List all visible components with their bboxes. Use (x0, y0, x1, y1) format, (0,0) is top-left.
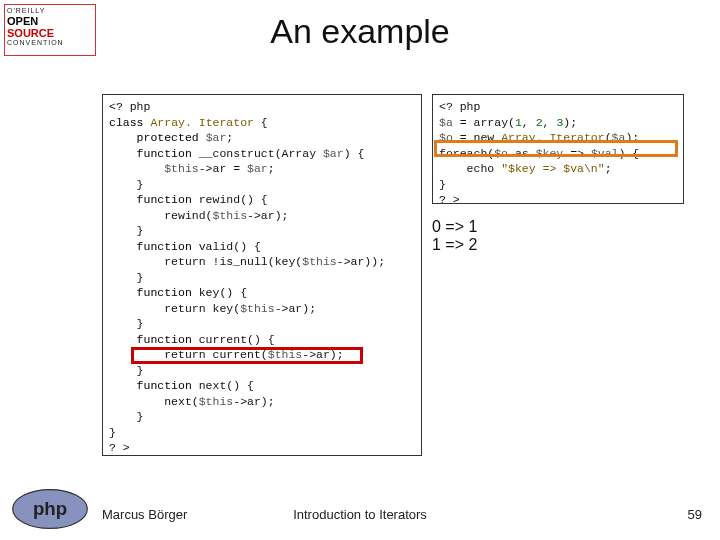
code-box-left: <? php class Array. Iterator { protected… (102, 94, 422, 456)
code-box-right: <? php $a = array(1, 2, 3); $o = new Arr… (432, 94, 684, 204)
output-line: 1 => 2 (432, 236, 477, 254)
code-line: <? php (109, 100, 150, 113)
footer-title: Introduction to Iterators (0, 507, 720, 522)
footer-page: 59 (688, 507, 702, 522)
output-line: 0 => 1 (432, 218, 477, 236)
output-text: 0 => 1 1 => 2 (432, 218, 477, 254)
slide-title: An example (0, 12, 720, 51)
